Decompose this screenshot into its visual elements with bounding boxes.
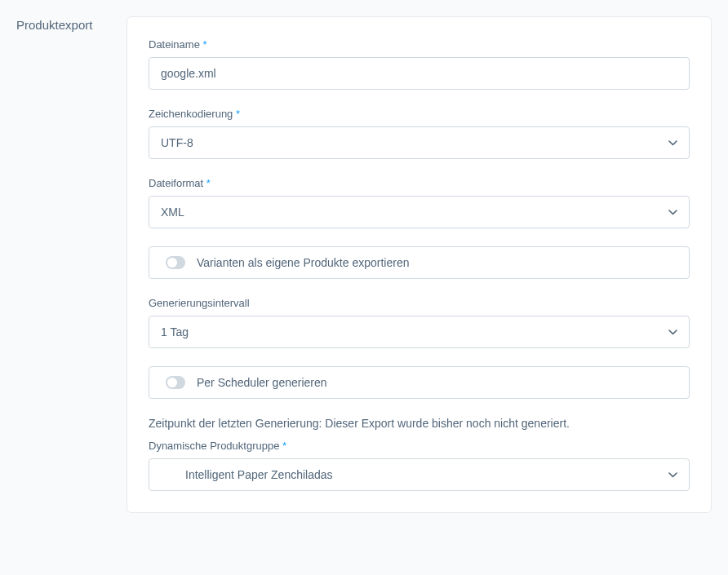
required-mark: *	[236, 108, 240, 120]
chevron-down-icon	[668, 327, 677, 337]
encoding-select[interactable]: UTF-8	[149, 126, 690, 159]
variants-toggle-label: Varianten als eigene Produkte exportiere…	[197, 256, 409, 269]
encoding-select-wrapper: UTF-8	[149, 126, 690, 159]
interval-label-text: Generierungsintervall	[149, 297, 250, 309]
filename-label: Dateiname *	[149, 38, 690, 51]
required-mark: *	[206, 177, 211, 189]
encoding-value: UTF-8	[161, 136, 193, 149]
section-title-wrapper: Produktexport	[16, 16, 110, 513]
variants-toggle-group: Varianten als eigene Produkte exportiere…	[149, 246, 690, 279]
scheduler-toggle-label: Per Scheduler generieren	[197, 376, 327, 389]
interval-group: Generierungsintervall 1 Tag	[149, 297, 690, 348]
filename-group: Dateiname *	[149, 38, 690, 90]
chevron-down-icon	[668, 207, 677, 217]
variants-toggle[interactable]	[166, 256, 185, 269]
productgroup-select-wrapper: Intelligent Paper Zenchiladas	[149, 458, 690, 491]
filename-input[interactable]	[149, 57, 690, 90]
fileformat-label-text: Dateiformat	[149, 177, 203, 189]
fileformat-select-wrapper: XML	[149, 196, 690, 228]
encoding-group: Zeichenkodierung * UTF-8	[149, 108, 690, 159]
fileformat-select[interactable]: XML	[149, 196, 690, 228]
form-card: Dateiname * Zeichenkodierung * UTF-8	[127, 16, 712, 513]
scheduler-toggle-row: Per Scheduler generieren	[149, 366, 690, 399]
encoding-label-text: Zeichenkodierung	[149, 108, 233, 120]
encoding-label: Zeichenkodierung *	[149, 108, 690, 120]
scheduler-toggle[interactable]	[166, 376, 185, 389]
interval-select[interactable]: 1 Tag	[149, 316, 690, 348]
required-mark: *	[203, 38, 207, 51]
required-mark: *	[282, 440, 286, 452]
section-title: Produktexport	[16, 18, 110, 32]
productgroup-select[interactable]: Intelligent Paper Zenchiladas	[149, 458, 690, 491]
chevron-down-icon	[668, 138, 677, 148]
chevron-down-icon	[668, 470, 677, 480]
productgroup-label-text: Dynamische Produktgruppe	[149, 440, 279, 452]
fileformat-label: Dateiformat *	[149, 177, 690, 189]
last-generated-info: Zeitpunkt der letzten Generierung: Diese…	[149, 417, 690, 430]
productgroup-label: Dynamische Produktgruppe *	[149, 440, 690, 452]
fileformat-group: Dateiformat * XML	[149, 177, 690, 228]
filename-label-text: Dateiname	[149, 38, 200, 51]
fileformat-value: XML	[161, 206, 184, 219]
scheduler-toggle-group: Per Scheduler generieren	[149, 366, 690, 399]
interval-value: 1 Tag	[161, 325, 189, 338]
interval-select-wrapper: 1 Tag	[149, 316, 690, 348]
interval-label: Generierungsintervall	[149, 297, 690, 309]
variants-toggle-row: Varianten als eigene Produkte exportiere…	[149, 246, 690, 279]
productgroup-value: Intelligent Paper Zenchiladas	[185, 468, 333, 481]
productgroup-group: Dynamische Produktgruppe * Intelligent P…	[149, 440, 690, 491]
